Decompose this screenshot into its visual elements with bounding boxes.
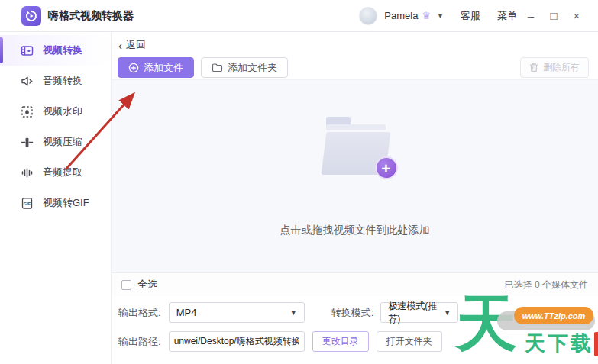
- trash-icon: [529, 63, 538, 72]
- back-button[interactable]: ‹ 返回: [118, 38, 146, 52]
- svg-text:GIF: GIF: [24, 201, 31, 206]
- app-logo-icon: [21, 6, 41, 26]
- delete-all-button[interactable]: 删除所有: [520, 57, 589, 78]
- open-folder-button[interactable]: 打开文件夹: [377, 331, 442, 352]
- add-plus-icon[interactable]: +: [375, 156, 398, 179]
- file-dropzone[interactable]: + 点击或拖拽视频文件到此处添加: [112, 79, 598, 273]
- settings-panel: 输出格式: MP4 ▼ 转换模式: 极速模式(推荐) ▼ 输出路径: 更改目录 …: [112, 296, 598, 364]
- plus-circle-icon: [128, 63, 139, 73]
- video-to-gif-icon: GIF: [21, 197, 34, 210]
- sidebar-item-video-to-gif[interactable]: GIF 视频转GIF: [0, 188, 111, 218]
- convert-mode-select[interactable]: 极速模式(推荐) ▼: [380, 302, 458, 323]
- video-compress-icon: [21, 136, 34, 149]
- maximize-icon[interactable]: □: [545, 9, 563, 22]
- support-link[interactable]: 客服: [461, 9, 480, 23]
- video-watermark-icon: [21, 105, 34, 118]
- video-convert-icon: [21, 44, 34, 57]
- chevron-down-icon[interactable]: ▼: [437, 12, 444, 20]
- sidebar-item-video-compress[interactable]: 视频压缩: [0, 127, 111, 157]
- folder-plus-icon: [212, 63, 223, 72]
- close-icon[interactable]: ×: [567, 9, 586, 22]
- app-title: 嗨格式视频转换器: [48, 9, 134, 23]
- audio-extract-icon: [21, 166, 34, 179]
- empty-folder-graphic: +: [318, 112, 392, 181]
- back-label: 返回: [126, 38, 146, 52]
- select-all-label: 全选: [137, 278, 157, 292]
- chevron-down-icon: ▼: [444, 309, 451, 317]
- sidebar-item-label: 视频转GIF: [43, 196, 89, 210]
- sidebar-item-audio-extract[interactable]: 音频提取: [0, 157, 111, 188]
- sidebar-item-label: 视频压缩: [43, 135, 82, 149]
- sidebar-item-label: 音频转换: [43, 74, 82, 88]
- add-file-button[interactable]: 添加文件: [118, 57, 194, 78]
- minimize-icon[interactable]: –: [522, 9, 540, 22]
- sidebar-item-label: 音频提取: [43, 166, 82, 179]
- selection-bar: 全选 已选择 0 个媒体文件: [112, 273, 598, 296]
- audio-convert-icon: [21, 75, 34, 88]
- output-path-label: 输出路径:: [118, 335, 161, 349]
- sidebar-item-label: 视频水印: [43, 105, 82, 118]
- dropzone-hint: 点击或拖拽视频文件到此处添加: [280, 224, 430, 237]
- user-name[interactable]: Pamela: [384, 10, 418, 21]
- select-all-control[interactable]: 全选: [121, 278, 157, 292]
- selected-count: 已选择 0 个媒体文件: [505, 279, 588, 292]
- select-all-checkbox[interactable]: [121, 280, 131, 290]
- menu-link[interactable]: 菜单: [497, 9, 517, 23]
- sidebar-item-audio-convert[interactable]: 音频转换: [0, 66, 111, 96]
- output-format-label: 输出格式:: [118, 306, 161, 320]
- sidebar: 视频转换 音频转换 视频水印 视频压缩 音频提取 GIF 视频转GIF: [0, 32, 112, 364]
- change-directory-button[interactable]: 更改目录: [312, 331, 369, 352]
- toolbar: 添加文件 添加文件夹 删除所有: [118, 57, 589, 78]
- chevron-down-icon: ▼: [290, 309, 297, 317]
- add-folder-button[interactable]: 添加文件夹: [201, 57, 288, 78]
- sidebar-item-video-watermark[interactable]: 视频水印: [0, 96, 111, 127]
- main-panel: ‹ 返回 添加文件 添加文件夹 删除所有 + 点: [112, 32, 598, 364]
- sidebar-item-video-convert[interactable]: 视频转换: [0, 35, 111, 66]
- convert-mode-label: 转换模式:: [331, 306, 374, 320]
- output-format-select[interactable]: MP4 ▼: [169, 302, 305, 323]
- output-path-input[interactable]: [169, 331, 305, 352]
- title-bar: 嗨格式视频转换器 Pamela ♛ ▼ 客服 菜单 – □ ×: [0, 0, 598, 32]
- folder-back: [326, 124, 386, 130]
- sidebar-item-label: 视频转换: [43, 43, 82, 57]
- back-chevron-icon: ‹: [118, 40, 122, 51]
- vip-badge-icon: ♛: [422, 10, 431, 21]
- avatar[interactable]: [359, 7, 377, 25]
